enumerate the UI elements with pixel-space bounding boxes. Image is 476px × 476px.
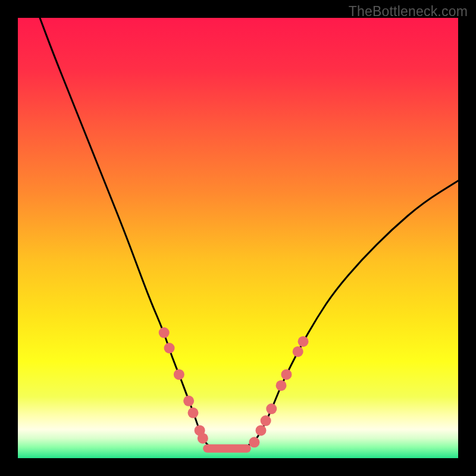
curve-marker — [293, 346, 303, 357]
curve-marker — [188, 408, 199, 418]
curve-marker — [159, 327, 170, 338]
gradient-background — [18, 18, 458, 458]
curve-marker — [183, 396, 194, 406]
curve-marker — [249, 437, 259, 447]
curve-marker — [261, 415, 271, 426]
curve-marker — [276, 380, 287, 391]
curve-marker — [281, 369, 292, 380]
curve-marker — [266, 403, 277, 414]
curve-marker — [298, 336, 309, 347]
chart-frame: TheBottleneck.com — [0, 0, 476, 476]
curve-marker — [255, 425, 266, 436]
bottleneck-chart — [18, 18, 458, 458]
curve-marker — [174, 369, 184, 380]
plot-area — [18, 18, 458, 458]
curve-marker — [164, 343, 175, 353]
watermark-text: TheBottleneck.com — [349, 4, 468, 20]
curve-marker — [198, 433, 208, 444]
